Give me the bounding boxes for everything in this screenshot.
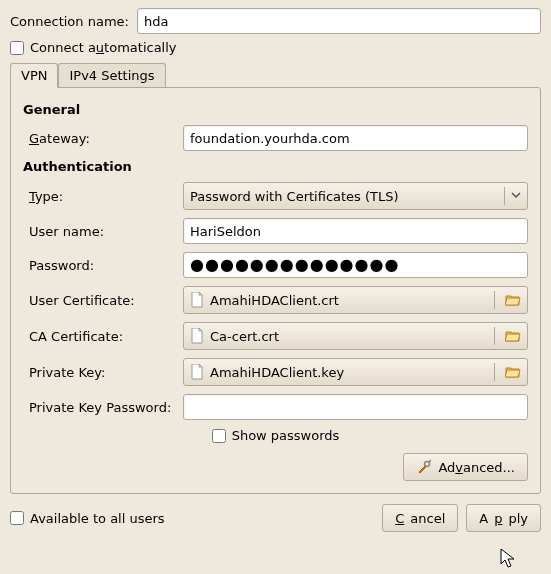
document-icon	[190, 328, 204, 344]
ca-certificate-label: CA Certificate:	[23, 329, 183, 344]
chevron-down-icon	[511, 190, 521, 203]
type-label: Type:	[23, 189, 183, 204]
general-section-title: General	[23, 102, 528, 117]
connection-name-label: Connection name:	[10, 14, 129, 29]
username-label: User name:	[23, 224, 183, 239]
user-certificate-chooser[interactable]: AmahiHDAClient.crt	[183, 286, 528, 314]
connection-name-input[interactable]	[137, 8, 541, 34]
document-icon	[190, 292, 204, 308]
type-select[interactable]: Password with Certificates (TLS)	[183, 182, 528, 210]
show-passwords-checkbox[interactable]	[212, 429, 226, 443]
private-key-password-label: Private Key Password:	[23, 400, 183, 415]
svg-point-0	[425, 462, 430, 467]
private-key-chooser[interactable]: AmahiHDAClient.key	[183, 358, 528, 386]
available-to-all-checkbox[interactable]	[10, 511, 24, 525]
tab-ipv4-settings[interactable]: IPv4 Settings	[58, 63, 165, 87]
password-input[interactable]: ●●●●●●●●●●●●●●	[183, 252, 528, 278]
gateway-input[interactable]	[183, 125, 528, 151]
authentication-section-title: Authentication	[23, 159, 528, 174]
folder-open-icon	[505, 329, 521, 343]
password-label: Password:	[23, 258, 183, 273]
folder-open-icon	[505, 293, 521, 307]
apply-button[interactable]: Apply	[466, 504, 541, 532]
private-key-password-input[interactable]	[183, 394, 528, 420]
vpn-panel: General Gateway: Authentication Type: Pa…	[10, 87, 541, 494]
cancel-button[interactable]: Cancel	[382, 504, 458, 532]
private-key-label: Private Key:	[23, 365, 183, 380]
connect-automatically-label: Connect automatically	[30, 40, 177, 55]
document-icon	[190, 364, 204, 380]
tools-icon	[416, 459, 432, 475]
mouse-cursor-icon	[500, 548, 518, 573]
advanced-button[interactable]: Advanced...	[403, 453, 528, 481]
tab-vpn[interactable]: VPN	[10, 63, 58, 88]
show-passwords-label: Show passwords	[232, 428, 340, 443]
ca-certificate-chooser[interactable]: Ca-cert.crt	[183, 322, 528, 350]
connect-automatically-checkbox[interactable]	[10, 41, 24, 55]
user-certificate-label: User Certificate:	[23, 293, 183, 308]
folder-open-icon	[505, 365, 521, 379]
gateway-label: Gateway:	[23, 131, 183, 146]
username-input[interactable]	[183, 218, 528, 244]
available-to-all-label: Available to all users	[30, 511, 165, 526]
